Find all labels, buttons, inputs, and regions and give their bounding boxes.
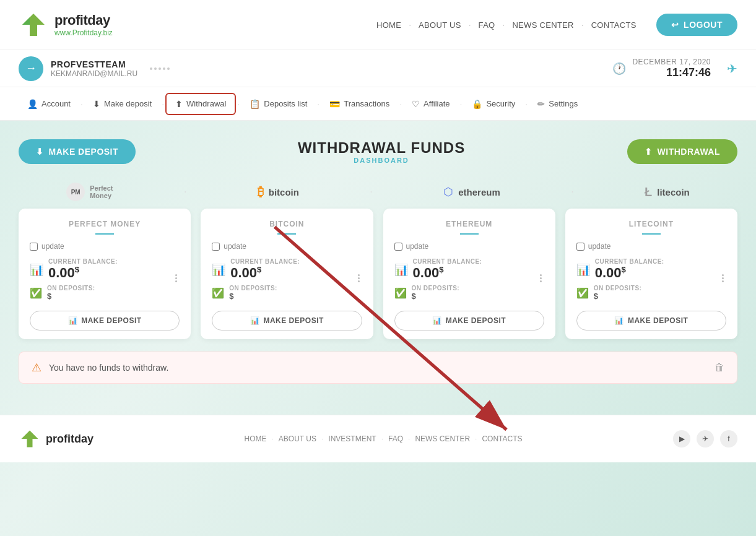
card-ltc: LITECOINT update 📊 CURRENT BALANCE: 0.00… [565, 209, 737, 339]
card-eth: ETHEREUM update 📊 CURRENT BALANCE: 0.00$ [383, 209, 555, 339]
eth-deposits-info: ON DEPOSITS: $ [412, 285, 460, 301]
eth-three-dots[interactable] [537, 272, 544, 285]
page-subtitle: DASHBOARD [298, 157, 465, 164]
pm-balance-label: CURRENT BALANCE: [48, 258, 118, 265]
currency-tab-ltc[interactable]: Ł litecoin [645, 185, 690, 199]
alert-warning-icon: ⚠ [32, 361, 41, 374]
tab-affiliate[interactable]: ♡ Affiliate [403, 94, 458, 114]
ltc-balance-info: CURRENT BALANCE: 0.00$ [595, 258, 664, 281]
withdrawal-button[interactable]: ⬆ WITHDRAWAL [627, 139, 737, 164]
ltc-make-deposit-btn[interactable]: 📊 MAKE DEPOSIT [576, 311, 726, 331]
pm-balance-info: CURRENT BALANCE: 0.00$ [48, 258, 118, 281]
nav-home[interactable]: HOME [373, 18, 405, 32]
ltc-label: litecoin [657, 187, 690, 197]
footer-socials: ▶ ✈ f [673, 430, 737, 447]
footer-contacts[interactable]: CONTACTS [482, 434, 522, 443]
btc-make-deposit-btn[interactable]: 📊 MAKE DEPOSIT [212, 311, 362, 331]
tab-deposits-list[interactable]: 📋 Deposits list [241, 94, 316, 114]
make-deposit-button[interactable]: ⬇ MAKE DEPOSIT [19, 139, 136, 164]
telegram-icon[interactable]: ✈ [727, 61, 737, 76]
currency-tab-pm[interactable]: PM PerfectMoney [66, 183, 113, 201]
tab-withdrawal[interactable]: ⬆ Withdrawal [165, 93, 236, 115]
currency-tabs-row: PM PerfectMoney · ₿ bitcoin · ⬡ ethereum… [19, 183, 737, 201]
nav-faq[interactable]: FAQ [475, 18, 499, 32]
ltc-icon: Ł [645, 185, 652, 199]
youtube-icon[interactable]: ▶ [673, 430, 690, 447]
eth-update-checkbox[interactable] [394, 243, 402, 251]
footer-sep-3: · [379, 434, 386, 443]
deposits-list-icon: 📋 [250, 99, 260, 109]
tab-security[interactable]: 🔒 Security [463, 94, 524, 114]
card-eth-title: ETHEREUM [394, 220, 544, 228]
eth-make-deposit-btn[interactable]: 📊 MAKE DEPOSIT [394, 311, 544, 331]
btc-deposits-row: ✅ ON DEPOSITS: $ [212, 285, 362, 311]
tab-account[interactable]: 👤 Account [19, 94, 79, 114]
pm-logo: PM [66, 183, 85, 201]
eth-barchart-icon: 📊 [394, 263, 408, 277]
card-ltc-divider [642, 233, 661, 235]
tab-settings[interactable]: ✏ Settings [529, 94, 586, 114]
svg-marker-4 [22, 431, 38, 447]
dot-1 [150, 67, 152, 70]
eth-make-deposit-icon: 📊 [432, 316, 442, 325]
currency-tab-eth[interactable]: ⬡ ethereum [443, 185, 500, 199]
footer-investment[interactable]: INVESTMENT [328, 434, 376, 443]
footer-home[interactable]: HOME [245, 434, 267, 443]
nav-contacts[interactable]: CONTACTS [588, 18, 640, 32]
nav-sep-3: · [503, 20, 505, 30]
footer-news[interactable]: NEWS CENTER [415, 434, 470, 443]
top-row: ⬇ MAKE DEPOSIT WITHDRAWAL FUNDS DASHBOAR… [19, 139, 737, 164]
footer-faq[interactable]: FAQ [388, 434, 403, 443]
ltc-barchart-icon: 📊 [576, 263, 590, 277]
card-btc: BITCOIN update 📊 CURRENT BALANCE: 0.00$ [201, 209, 373, 339]
btc-make-deposit-icon: 📊 [250, 316, 260, 325]
footer-logo: profitday [19, 428, 93, 450]
eth-check-icon: ✅ [394, 287, 407, 299]
ltc-three-dots[interactable] [719, 272, 726, 285]
currency-tab-btc[interactable]: ₿ bitcoin [258, 185, 299, 199]
btc-update-checkbox[interactable] [212, 243, 220, 251]
tab-sep-3: · [236, 99, 241, 109]
eth-deposits-value: $ [412, 292, 460, 301]
alert-delete-button[interactable]: 🗑 [715, 362, 724, 373]
affiliate-icon: ♡ [412, 99, 420, 109]
footer-sep-2: · [319, 434, 326, 443]
btc-three-dots[interactable] [355, 272, 362, 285]
alert-text: You have no funds to withdraw. [49, 363, 168, 373]
user-email: KEKMANRAID@MAIL.RU [51, 69, 137, 78]
nav-news[interactable]: NEWS CENTER [508, 18, 577, 32]
tab-make-deposit[interactable]: ⬇ Make deposit [84, 94, 160, 114]
ltc-check-icon: ✅ [576, 287, 589, 299]
pm-three-dots[interactable] [173, 272, 180, 285]
eth-update-label: update [406, 242, 429, 251]
page-title-area: WITHDRAWAL FUNDS DASHBOARD [298, 139, 465, 164]
user-dots [150, 67, 170, 70]
withdrawal-icon: ⬆ [175, 99, 183, 109]
eth-balance-info: CURRENT BALANCE: 0.00$ [413, 258, 482, 281]
tab-transactions[interactable]: 💳 Transactions [321, 94, 398, 114]
ltc-update-label: update [588, 242, 611, 251]
footer-logo-icon [19, 428, 41, 450]
pm-deposits-row: ✅ ON DEPOSITS: $ [30, 285, 180, 311]
withdrawal-btn-label: WITHDRAWAL [658, 147, 720, 157]
pm-balance-value: 0.00$ [48, 265, 118, 281]
footer-about[interactable]: ABOUT US [279, 434, 316, 443]
eth-balance-value: 0.00$ [413, 265, 482, 281]
pm-make-deposit-btn[interactable]: 📊 MAKE DEPOSIT [30, 311, 180, 331]
facebook-icon[interactable]: f [720, 430, 737, 447]
datetime-text: DECEMBER 17, 2020 11:47:46 [632, 58, 711, 79]
ltc-update-checkbox[interactable] [576, 243, 584, 251]
pm-make-deposit-icon: 📊 [68, 316, 78, 325]
card-eth-update-row: update [394, 242, 544, 251]
logout-button[interactable]: ↩ LOGOUT [656, 14, 737, 36]
make-deposit-icon-btn: ⬇ [36, 147, 44, 157]
telegram-icon[interactable]: ✈ [697, 430, 714, 447]
nav-about[interactable]: ABOUT US [415, 18, 465, 32]
footer-logo-name: profitday [46, 433, 93, 446]
page-title: WITHDRAWAL FUNDS [298, 139, 465, 157]
curr-sep-2: · [370, 186, 372, 197]
eth-balance-label: CURRENT BALANCE: [413, 258, 482, 265]
card-btc-update-row: update [212, 242, 362, 251]
pm-update-checkbox[interactable] [30, 243, 38, 251]
settings-icon: ✏ [537, 99, 545, 109]
